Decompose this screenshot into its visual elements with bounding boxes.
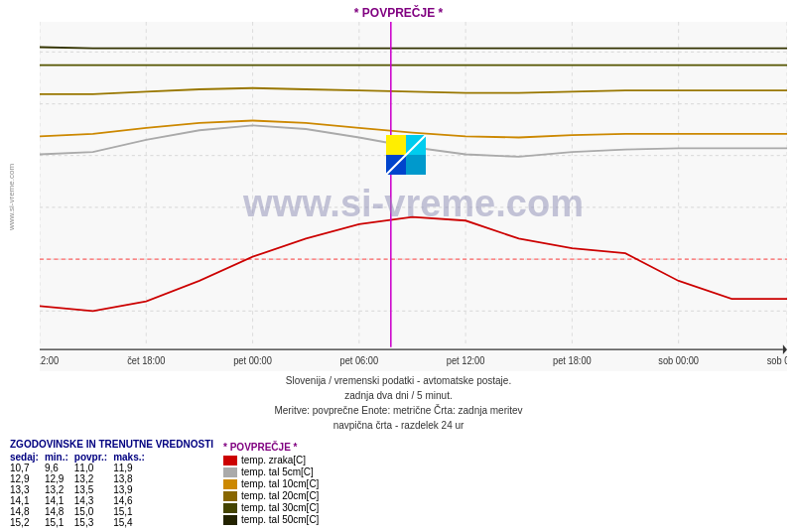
legend-label: temp. tal 10cm[C] [241, 478, 319, 489]
table-cell: 15,3 [74, 517, 113, 528]
legend-label: temp. tal 30cm[C] [241, 502, 319, 513]
svg-text:pet 12:00: pet 12:00 [447, 354, 485, 366]
sidebar-watermark: www.si-vreme.com [8, 163, 17, 229]
table-cell: 15,1 [45, 517, 74, 528]
table-cell: 13,2 [45, 484, 74, 495]
col-header-min: min.: [45, 452, 74, 463]
table-cell: 14,1 [45, 495, 74, 506]
watermark-logo [386, 135, 426, 175]
legend-color [223, 491, 237, 501]
legend-items: temp. zraka[C]temp. tal 5cm[C]temp. tal … [223, 455, 787, 526]
legend-item: temp. tal 20cm[C] [223, 490, 787, 501]
table-row: 10,79,611,011,9 [10, 463, 151, 473]
table-cell: 14,3 [74, 495, 113, 506]
table-cell: 15,1 [113, 506, 151, 517]
bottom-section: ZGODOVINSKE IN TRENUTNE VREDNOSTI sedaj:… [0, 435, 797, 532]
legend-item: temp. tal 50cm[C] [223, 514, 787, 525]
table-row: 14,114,114,314,6 [10, 495, 151, 506]
legend-item: temp. zraka[C] [223, 455, 787, 466]
legend-item: temp. tal 10cm[C] [223, 478, 787, 489]
table-cell: 10,7 [10, 463, 45, 473]
table-cell: 12,9 [10, 473, 45, 484]
svg-rect-33 [406, 155, 426, 175]
table-cell: 12,9 [45, 473, 74, 484]
legend-label: temp. zraka[C] [241, 455, 306, 466]
table-cell: 13,5 [74, 484, 113, 495]
legend-color [223, 515, 237, 525]
legend-title: * POVPREČJE * [223, 442, 787, 453]
table-cell: 14,1 [10, 495, 45, 506]
table-cell: 9,6 [45, 463, 74, 473]
col-header-maks: maks.: [113, 452, 151, 463]
legend-label: temp. tal 20cm[C] [241, 490, 319, 501]
svg-text:pet 00:00: pet 00:00 [233, 354, 272, 366]
table-cell: 11,0 [74, 463, 113, 473]
legend-color [223, 479, 237, 489]
table-cell: 15,4 [113, 517, 151, 528]
chart-svg: 10 12 14 čet 12:00 čet 18:00 pet 00:00 p… [40, 22, 787, 371]
legend-color [223, 503, 237, 513]
table-cell: 15,2 [10, 517, 45, 528]
table-cell: 14,8 [45, 506, 74, 517]
table-cell: 11,9 [113, 463, 151, 473]
table-cell: 14,6 [113, 495, 151, 506]
table-cell: 13,8 [113, 473, 151, 484]
chart-description: Slovenija / vremenski podatki - avtomats… [0, 371, 797, 435]
svg-text:pet 06:00: pet 06:00 [339, 354, 378, 366]
table-row: 12,912,913,213,8 [10, 473, 151, 484]
legend-item: temp. tal 5cm[C] [223, 466, 787, 477]
stats-table: ZGODOVINSKE IN TRENUTNE VREDNOSTI sedaj:… [10, 439, 213, 528]
table-row: 15,215,115,315,4 [10, 517, 151, 528]
legend-color [223, 467, 237, 477]
svg-text:čet 12:00: čet 12:00 [40, 354, 59, 366]
svg-text:pet 18:00: pet 18:00 [553, 354, 592, 366]
page-container: * POVPREČJE * www.si-vreme.com [0, 0, 797, 532]
col-header-povpr: povpr.: [74, 452, 113, 463]
table-cell: 15,0 [74, 506, 113, 517]
col-header-sedaj: sedaj: [10, 452, 45, 463]
legend-item: temp. tal 30cm[C] [223, 502, 787, 513]
svg-text:sob 00:00: sob 00:00 [658, 354, 699, 366]
legend-label: temp. tal 50cm[C] [241, 514, 319, 525]
table-row: 14,814,815,015,1 [10, 506, 151, 517]
svg-rect-0 [40, 22, 787, 371]
table-cell: 14,8 [10, 506, 45, 517]
svg-rect-30 [386, 135, 406, 155]
legend-color [223, 456, 237, 466]
stats-data-table: sedaj: min.: povpr.: maks.: 10,79,611,01… [10, 452, 151, 528]
legend-section: * POVPREČJE * temp. zraka[C]temp. tal 5c… [223, 439, 787, 528]
table-cell: 13,9 [113, 484, 151, 495]
legend-label: temp. tal 5cm[C] [241, 466, 314, 477]
svg-text:sob 06:00: sob 06:00 [767, 354, 787, 366]
table-cell: 13,2 [74, 473, 113, 484]
table-row: 13,313,213,513,9 [10, 484, 151, 495]
table-cell: 13,3 [10, 484, 45, 495]
stats-title: ZGODOVINSKE IN TRENUTNE VREDNOSTI [10, 439, 213, 450]
chart-title: * POVPREČJE * [0, 0, 797, 22]
svg-text:čet 18:00: čet 18:00 [127, 354, 165, 366]
